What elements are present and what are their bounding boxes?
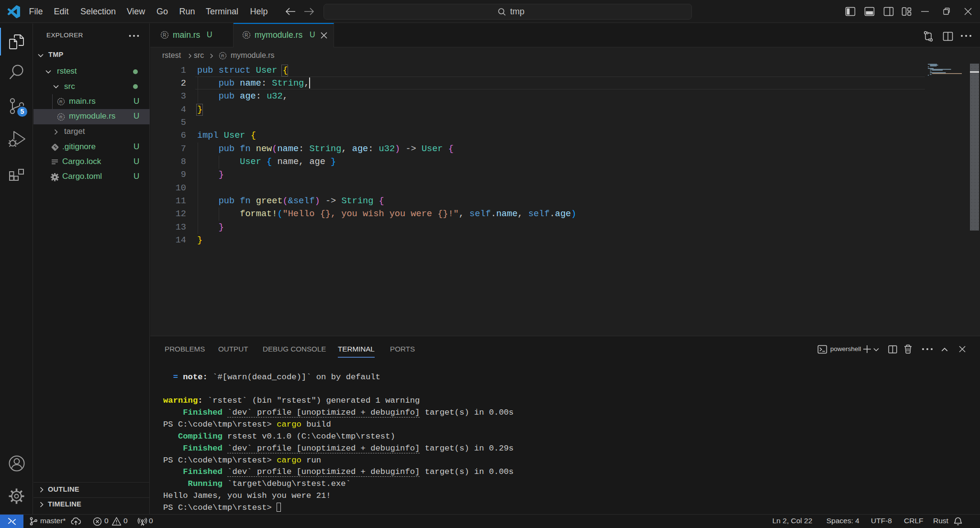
svg-text:R: R	[163, 33, 166, 38]
svg-text:R: R	[59, 99, 63, 104]
svg-text:R: R	[245, 33, 248, 38]
svg-text:R: R	[221, 53, 224, 58]
svg-text:R: R	[59, 114, 63, 120]
